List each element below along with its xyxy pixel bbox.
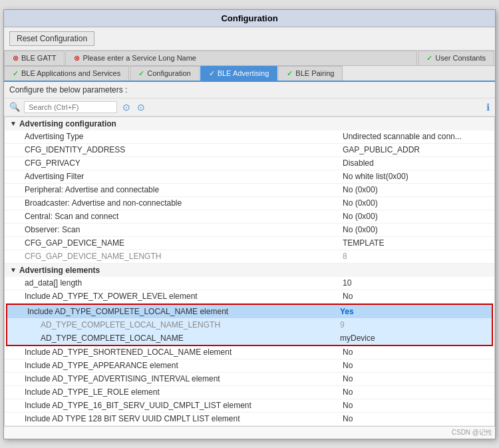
info-icon: ℹ	[486, 102, 490, 112]
window-title: Configuration	[221, 13, 277, 23]
tab-configuration[interactable]: ✓ Configuration	[130, 66, 199, 81]
tab-ble-applications[interactable]: ✓ BLE Applications and Services	[4, 66, 129, 81]
param-cfg-gap-device-name-length-name: CFG_GAP_DEVICE_NAME_LENGTH	[25, 252, 343, 261]
param-central-scan-value: No (0x00)	[343, 212, 489, 221]
param-peripheral-advertise-name: Peripheral: Advertise and connectable	[25, 185, 343, 194]
param-include-complete-local-name-name: Include AD_TYPE_COMPLETE_LOCAL_NAME elem…	[27, 307, 340, 316]
param-advertising-filter-name: Advertising Filter	[25, 172, 343, 181]
ok-icon-user-constants: ✓	[426, 54, 432, 63]
param-complete-local-name-length-value: 9	[340, 320, 486, 330]
param-include-appearance: Include AD_TYPE_APPEARANCE element No	[5, 359, 494, 373]
param-include-complete-local-name: Include AD_TYPE_COMPLETE_LOCAL_NAME elem…	[7, 305, 492, 318]
prev-button[interactable]: ⊙	[121, 102, 132, 112]
error-icon-service: ⊗	[74, 54, 80, 63]
param-include-advertising-interval: Include AD_TYPE_ADVERTISING_INTERVAL ele…	[5, 373, 494, 386]
param-cfg-privacy: CFG_PRIVACY Disabled	[5, 157, 494, 170]
param-cfg-gap-device-name-name: CFG_GAP_DEVICE_NAME	[25, 238, 343, 248]
param-include-appearance-value: No	[343, 361, 489, 370]
section-arrow-adv-elements: ▼	[10, 266, 17, 274]
ok-icon-ble-pairing: ✓	[287, 69, 293, 78]
param-advertising-type: Advertising Type Undirected scannable an…	[5, 130, 494, 144]
param-include-advertising-interval-name: Include AD_TYPE_ADVERTISING_INTERVAL ele…	[25, 374, 343, 383]
param-cfg-gap-device-name-value: TEMPLATE	[343, 238, 489, 248]
tab-service-long-name-label: Please enter a Service Long Name	[83, 54, 196, 62]
param-central-scan-name: Central: Scan and connect	[25, 212, 343, 221]
param-include-tx-power-value: No	[343, 292, 489, 301]
param-include-16bit-serv-uuid-value: No	[343, 401, 489, 410]
param-cfg-gap-device-name: CFG_GAP_DEVICE_NAME TEMPLATE	[5, 237, 494, 250]
tab-user-constants-label: User Constants	[435, 54, 486, 62]
tab-ble-pairing-label: BLE Pairing	[295, 69, 334, 77]
param-advertising-type-name: Advertising Type	[25, 132, 343, 141]
configure-label: Configure the below parameters :	[4, 82, 495, 99]
param-complete-local-name-length: AD_TYPE_COMPLETE_LOCAL_NAME_LENGTH 9	[7, 318, 492, 332]
section-advertising-configuration-label: Advertising configuration	[19, 119, 116, 128]
param-include-128bit-serv-uuid: Include AD TYPE 128 BIT SERV UUID CMPLT …	[5, 413, 494, 426]
param-observer-scan-value: No (0x00)	[343, 225, 489, 234]
param-complete-local-name: AD_TYPE_COMPLETE_LOCAL_NAME myDevice	[7, 332, 492, 345]
param-cfg-identity-address-name: CFG_IDENTITY_ADDRESS	[25, 145, 343, 154]
param-cfg-identity-address: CFG_IDENTITY_ADDRESS GAP_PUBLIC_ADDR	[5, 144, 494, 157]
param-central-scan: Central: Scan and connect No (0x00)	[5, 210, 494, 224]
param-include-shortened-local-name-name: Include AD_TYPE_SHORTENED_LOCAL_NAME ele…	[25, 347, 343, 357]
next-button[interactable]: ⊙	[136, 102, 146, 112]
param-observer-scan: Observer: Scan No (0x00)	[5, 224, 494, 237]
tab-ble-applications-label: BLE Applications and Services	[21, 69, 120, 77]
param-include-shortened-local-name-value: No	[343, 347, 489, 357]
reset-configuration-button[interactable]: Reset Configuration	[9, 31, 94, 46]
tab-ble-advertising-label: BLE Advertising	[218, 69, 269, 77]
param-ad-data-length: ad_data[] length 10	[5, 277, 494, 290]
tab-configuration-label: Configuration	[147, 69, 190, 77]
param-include-128bit-serv-uuid-value: No	[343, 414, 489, 423]
tab-ble-pairing[interactable]: ✓ BLE Pairing	[278, 66, 343, 81]
search-row: 🔍 ⊙ ⊙ ℹ	[4, 99, 495, 116]
footer-text: CSDN @记性	[452, 429, 492, 436]
param-include-appearance-name: Include AD_TYPE_APPEARANCE element	[25, 361, 343, 370]
section-advertising-elements[interactable]: ▼ Advertising elements	[5, 264, 494, 277]
ok-icon-ble-applications: ✓	[13, 69, 19, 78]
param-ad-data-length-name: ad_data[] length	[25, 278, 343, 288]
param-include-advertising-interval-value: No	[343, 374, 489, 383]
param-include-tx-power: Include AD_TYPE_TX_POWER_LEVEL element N…	[5, 290, 494, 304]
tab-ble-advertising[interactable]: ✓ BLE Advertising	[200, 66, 278, 81]
content-area: ▼ Advertising configuration Advertising …	[4, 116, 495, 427]
tabs-row2: ✓ BLE Applications and Services ✓ Config…	[4, 66, 495, 82]
param-include-16bit-serv-uuid-name: Include AD_TYPE_16_BIT_SERV_UUID_CMPLT_L…	[25, 401, 343, 410]
highlighted-group: Include AD_TYPE_COMPLETE_LOCAL_NAME elem…	[6, 304, 493, 346]
section-arrow-adv-config: ▼	[10, 120, 17, 127]
param-advertising-filter: Advertising Filter No white list(0x00)	[5, 170, 494, 184]
param-include-le-role: Include AD_TYPE_LE_ROLE element No	[5, 386, 494, 399]
ok-icon-ble-advertising: ✓	[209, 69, 215, 78]
param-include-complete-local-name-value: Yes	[340, 307, 486, 316]
param-complete-local-name-value: myDevice	[340, 334, 486, 343]
param-advertising-filter-value: No white list(0x00)	[343, 172, 489, 181]
param-broadcaster-advertise: Broadcaster: Advertise and non-connectab…	[5, 197, 494, 210]
search-input[interactable]	[24, 101, 117, 113]
param-cfg-privacy-name: CFG_PRIVACY	[25, 158, 343, 168]
param-cfg-privacy-value: Disabled	[343, 158, 489, 168]
search-icon: 🔍	[9, 102, 20, 112]
param-include-128bit-serv-uuid-name: Include AD TYPE 128 BIT SERV UUID CMPLT …	[25, 414, 343, 423]
tab-user-constants[interactable]: ✓ User Constants	[418, 51, 494, 65]
tab-ble-gatt[interactable]: ⊗ BLE GATT	[4, 51, 65, 65]
param-include-le-role-name: Include AD_TYPE_LE_ROLE element	[25, 387, 343, 397]
param-observer-scan-name: Observer: Scan	[25, 225, 343, 234]
ok-icon-configuration: ✓	[138, 69, 144, 78]
param-include-le-role-value: No	[343, 387, 489, 397]
param-cfg-gap-device-name-length: CFG_GAP_DEVICE_NAME_LENGTH 8	[5, 250, 494, 264]
param-peripheral-advertise: Peripheral: Advertise and connectable No…	[5, 184, 494, 197]
param-broadcaster-advertise-name: Broadcaster: Advertise and non-connectab…	[25, 198, 343, 208]
title-bar: Configuration	[4, 10, 495, 27]
section-advertising-configuration[interactable]: ▼ Advertising configuration	[5, 117, 494, 130]
footer-note: CSDN @记性	[4, 427, 495, 439]
tab-service-long-name[interactable]: ⊗ Please enter a Service Long Name	[65, 51, 417, 65]
error-icon-ble-gatt: ⊗	[13, 54, 19, 63]
param-include-shortened-local-name: Include AD_TYPE_SHORTENED_LOCAL_NAME ele…	[5, 346, 494, 359]
param-include-tx-power-name: Include AD_TYPE_TX_POWER_LEVEL element	[25, 292, 343, 301]
param-include-16bit-serv-uuid: Include AD_TYPE_16_BIT_SERV_UUID_CMPLT_L…	[5, 399, 494, 413]
param-cfg-gap-device-name-length-value: 8	[343, 252, 489, 261]
tabs-row1: ⊗ BLE GATT ⊗ Please enter a Service Long…	[4, 51, 495, 66]
param-broadcaster-advertise-value: No (0x00)	[343, 198, 489, 208]
param-peripheral-advertise-value: No (0x00)	[343, 185, 489, 194]
section-advertising-elements-label: Advertising elements	[19, 266, 100, 275]
